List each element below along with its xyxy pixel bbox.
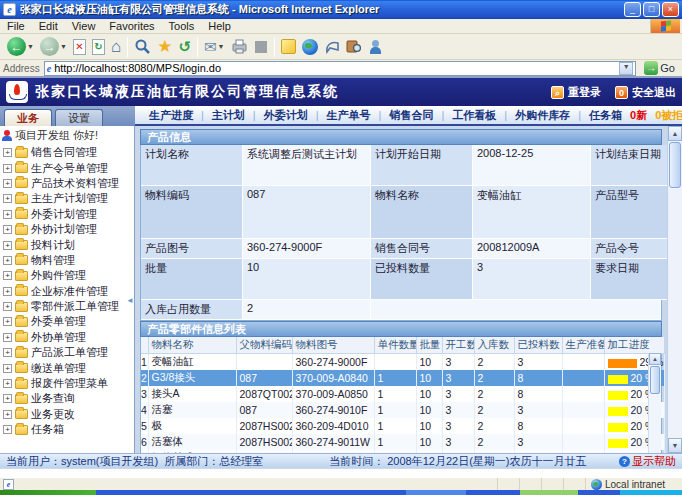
- column-header[interactable]: 批量: [416, 337, 442, 354]
- expand-icon[interactable]: +: [3, 364, 12, 373]
- sidebar-item[interactable]: +外购件管理: [0, 268, 134, 283]
- column-header[interactable]: 入库数: [474, 337, 514, 354]
- expand-icon[interactable]: +: [3, 179, 12, 188]
- mail-icon[interactable]: ✉▼: [201, 36, 228, 58]
- messenger-icon[interactable]: [365, 36, 387, 58]
- expand-icon[interactable]: +: [3, 379, 12, 388]
- nav-item[interactable]: 任务箱: [589, 108, 622, 123]
- nav-item[interactable]: 外购件库存: [515, 108, 570, 123]
- sidebar-item[interactable]: +产品技术资料管理: [0, 176, 134, 191]
- menu-item-tools[interactable]: Tools: [162, 20, 202, 32]
- minimize-button[interactable]: _: [624, 2, 641, 17]
- expand-icon[interactable]: +: [3, 302, 12, 311]
- go-button[interactable]: → Go: [640, 60, 679, 76]
- sidebar-item[interactable]: +销售合同管理: [0, 145, 134, 160]
- forward-icon[interactable]: →▼: [37, 36, 70, 58]
- search-icon[interactable]: [131, 36, 154, 58]
- sidebar-item[interactable]: +物料管理: [0, 253, 134, 268]
- expand-icon[interactable]: +: [3, 148, 12, 157]
- nav-item[interactable]: 生产进度: [149, 108, 193, 123]
- print-icon[interactable]: [228, 36, 251, 58]
- sidebar-item[interactable]: +企业标准件管理: [0, 284, 134, 299]
- sidebar-item[interactable]: +外协单管理: [0, 330, 134, 345]
- table-row[interactable]: 6活塞体2087HS002360-274-9011W11032320 %: [141, 434, 664, 450]
- table-row[interactable]: 5极2087HS002360-209-4D01011032820 %: [141, 418, 664, 434]
- address-dropdown-icon[interactable]: ▼: [619, 62, 633, 75]
- sidebar-item[interactable]: +投料计划: [0, 237, 134, 252]
- expand-icon[interactable]: +: [3, 333, 12, 342]
- page-scroll-up-icon[interactable]: ▲: [668, 126, 682, 141]
- sidebar-item[interactable]: +零部件派工单管理: [0, 299, 134, 314]
- discuss-icon[interactable]: [321, 36, 343, 58]
- show-help-link[interactable]: ? 显示帮助: [619, 454, 676, 469]
- sidebar-item[interactable]: +业务查询: [0, 391, 134, 406]
- scroll-up-icon[interactable]: ▲: [649, 353, 661, 365]
- relogin-button[interactable]: ⌕ 重登录: [551, 85, 601, 100]
- research-icon[interactable]: [343, 36, 365, 58]
- column-header[interactable]: 父物料编码: [236, 337, 292, 354]
- nav-item[interactable]: 外委计划: [264, 108, 308, 123]
- table-row[interactable]: 1变幅油缸360-274-9000F1032329 %: [141, 354, 664, 371]
- expand-icon[interactable]: +: [3, 164, 12, 173]
- favorites-icon[interactable]: ★: [154, 36, 175, 58]
- start-button[interactable]: [0, 490, 96, 495]
- history-icon[interactable]: ↺: [175, 36, 194, 58]
- maximize-button[interactable]: □: [643, 2, 660, 17]
- expand-icon[interactable]: +: [3, 410, 12, 419]
- edit-icon[interactable]: [251, 36, 271, 58]
- sidebar-item[interactable]: +报废件管理菜单: [0, 376, 134, 391]
- taskbar-buttons[interactable]: [96, 490, 620, 495]
- column-header[interactable]: 已投料数: [514, 337, 562, 354]
- expand-icon[interactable]: +: [3, 210, 12, 219]
- home-icon[interactable]: ⌂: [108, 36, 124, 58]
- vscroll-thumb[interactable]: [650, 366, 660, 394]
- nav-item[interactable]: 生产单号: [327, 108, 371, 123]
- sidebar-item[interactable]: +生产令号单管理: [0, 160, 134, 175]
- tab-business[interactable]: 业务: [4, 109, 52, 126]
- menu-item-view[interactable]: View: [65, 20, 103, 32]
- note-icon[interactable]: [278, 36, 299, 58]
- column-header[interactable]: 物料图号: [292, 337, 374, 354]
- column-header[interactable]: 加工进度: [604, 337, 664, 354]
- menu-item-edit[interactable]: Edit: [32, 20, 65, 32]
- expand-icon[interactable]: +: [3, 225, 12, 234]
- page-scroll-down-icon[interactable]: ▼: [668, 438, 682, 453]
- table-row[interactable]: 2G3/8接头087370-009-A084011032820 %: [141, 370, 664, 386]
- windows-taskbar[interactable]: [0, 490, 682, 495]
- column-header[interactable]: 生产准备: [562, 337, 604, 354]
- sidebar-item[interactable]: +任务箱: [0, 422, 134, 437]
- refresh-icon[interactable]: ↻: [89, 36, 108, 58]
- sidebar-collapse-icon[interactable]: ◄: [126, 296, 134, 305]
- nav-item[interactable]: 工作看板: [452, 108, 496, 123]
- expand-icon[interactable]: +: [3, 287, 12, 296]
- globe-icon[interactable]: [299, 36, 321, 58]
- expand-icon[interactable]: +: [3, 348, 12, 357]
- system-tray[interactable]: [620, 490, 682, 495]
- sidebar-item[interactable]: +缴送单管理: [0, 360, 134, 375]
- expand-icon[interactable]: +: [3, 194, 12, 203]
- column-header[interactable]: 单件数量: [374, 337, 416, 354]
- sidebar-item[interactable]: +外协计划管理: [0, 222, 134, 237]
- expand-icon[interactable]: +: [3, 317, 12, 326]
- sidebar-item[interactable]: +外委单管理: [0, 314, 134, 329]
- sidebar-item[interactable]: +业务更改: [0, 407, 134, 422]
- menu-item-favorites[interactable]: Favorites: [102, 20, 161, 32]
- column-header[interactable]: 开工数: [442, 337, 474, 354]
- page-scrollbar[interactable]: ▲ ▼: [667, 126, 682, 453]
- expand-icon[interactable]: +: [3, 256, 12, 265]
- menu-item-help[interactable]: Help: [201, 20, 238, 32]
- nav-item[interactable]: 主计划: [212, 108, 245, 123]
- parts-vscrollbar[interactable]: ▲ ▼: [648, 353, 661, 453]
- menu-item-file[interactable]: File: [0, 20, 32, 32]
- back-icon[interactable]: ←▼: [4, 36, 37, 58]
- tab-settings[interactable]: 设置: [55, 109, 103, 126]
- address-input[interactable]: e http://localhost:8080/MPS/login.do ▼: [44, 61, 637, 76]
- table-row[interactable]: 4活塞087360-274-9010F11032320 %: [141, 402, 664, 418]
- sidebar-item[interactable]: +主生产计划管理: [0, 191, 134, 206]
- table-row[interactable]: 3接头A2087QT002370-009-A085011032820 %: [141, 386, 664, 402]
- nav-item[interactable]: 销售合同: [389, 108, 433, 123]
- column-header[interactable]: [141, 337, 148, 354]
- logout-button[interactable]: 0 安全退出: [615, 85, 676, 100]
- stop-icon[interactable]: ✕: [70, 36, 89, 58]
- table-row[interactable]: 7缸体总成087360-274-9200F11032419 %: [141, 450, 664, 453]
